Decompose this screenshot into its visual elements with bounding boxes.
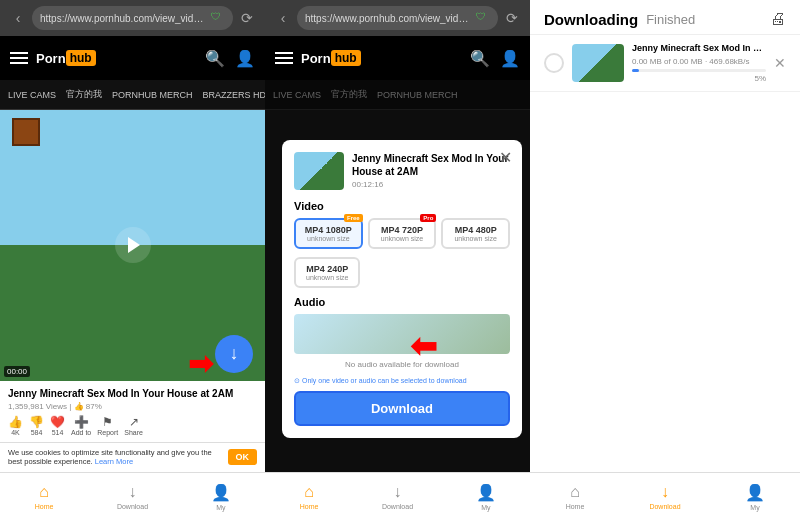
panel-2: ‹ https://www.pornhub.com/view_video.php… xyxy=(265,0,530,520)
bottom-nav-2: ⌂ Home ↓ Download 👤 My xyxy=(265,472,530,520)
play-button-1[interactable] xyxy=(115,227,151,263)
dl-item-title: Jenny Minecraft Sex Mod In Your House at… xyxy=(632,43,766,55)
bnav-my-2[interactable]: 👤 My xyxy=(442,483,530,511)
ph-nav-right-1: 🔍 👤 xyxy=(205,49,255,68)
dl-select-circle[interactable] xyxy=(544,53,564,73)
video-bg-2: LIVE CAMS 官方的我 PORNHUB MERCH ✕ Jenny Min… xyxy=(265,80,530,472)
refresh-btn-2[interactable]: ⟳ xyxy=(502,8,522,28)
video-player-1[interactable]: 00:00 ➡ xyxy=(0,110,265,381)
bnav-my-3[interactable]: 👤 My xyxy=(710,483,800,511)
quality-240p[interactable]: MP4 240P unknown size xyxy=(294,257,360,288)
user-icon-1[interactable]: 👤 xyxy=(235,49,255,68)
download-icon-3: ↓ xyxy=(661,483,669,501)
ph-nav-1: Pornhub 🔍 👤 xyxy=(0,36,265,80)
bnav-download-1[interactable]: ↓ Download xyxy=(88,483,176,510)
bnav-my-1[interactable]: 👤 My xyxy=(177,483,265,511)
ph-nav-2: Pornhub 🔍 👤 xyxy=(265,36,530,80)
cookie-notice-1: We use cookies to optimize site function… xyxy=(0,442,265,473)
url-box-1[interactable]: https://www.pornhub.com/view_video.php?v… xyxy=(32,6,233,30)
bnav-home-3[interactable]: ⌂ Home xyxy=(530,483,620,510)
quality-480p[interactable]: MP4 480P unknown size xyxy=(441,218,510,249)
my-icon-1: 👤 xyxy=(211,483,231,502)
cat-bar-1: LIVE CAMS 官方的我 PORNHUB MERCH BRAZZERS HD xyxy=(0,80,265,110)
download-fab-1[interactable] xyxy=(215,335,253,373)
cat-brazzers[interactable]: BRAZZERS HD xyxy=(203,90,265,100)
bnav-home-1[interactable]: ⌂ Home xyxy=(0,483,88,510)
bnav-download-2[interactable]: ↓ Download xyxy=(353,483,441,510)
bnav-download-3[interactable]: ↓ Download xyxy=(620,483,710,510)
back-button-1[interactable]: ‹ xyxy=(8,8,28,28)
quality-720p[interactable]: Pro MP4 720P unknown size xyxy=(368,218,437,249)
quality-720p-label: MP4 720P xyxy=(374,225,431,235)
dl-percent-label: 5% xyxy=(632,74,766,83)
panel-3: Downloading Finished 🖨 Jenny Minecraft S… xyxy=(530,0,800,520)
finished-status: Finished xyxy=(646,12,695,27)
url-box-2[interactable]: https://www.pornhub.com/view_video.php?v… xyxy=(297,6,498,30)
search-icon-1[interactable]: 🔍 xyxy=(205,49,225,68)
like-button-1[interactable]: 👍4K xyxy=(8,415,23,436)
time-badge-1: 00:00 xyxy=(4,366,30,377)
hamburger-menu-2[interactable] xyxy=(275,52,293,64)
cat-official[interactable]: 官方的我 xyxy=(66,88,102,101)
dl-empty-area xyxy=(530,92,800,472)
video-stats-1: 1,359,981 Views | 👍 87% xyxy=(8,402,257,411)
quality-720p-size: unknown size xyxy=(374,235,431,242)
user-icon-2[interactable]: 👤 xyxy=(500,49,520,68)
download-icon-1: ↓ xyxy=(128,483,136,501)
quality-480p-label: MP4 480P xyxy=(447,225,504,235)
badge-pro: Pro xyxy=(420,214,436,222)
download-panel-header: Downloading Finished 🖨 xyxy=(530,0,800,35)
quality-row-240: MP4 240P unknown size xyxy=(294,257,510,288)
video-section-label: Video xyxy=(294,200,510,212)
dl-item-info: Jenny Minecraft Sex Mod In Your House at… xyxy=(632,43,766,83)
bnav-home-2[interactable]: ⌂ Home xyxy=(265,483,353,510)
url-text-2: https://www.pornhub.com/view_video.php?v… xyxy=(305,13,472,24)
action-bar-1: 👍4K 👎584 ❤️514 ➕Add to ⚑Report ↗Share xyxy=(8,415,257,436)
dl-item-close[interactable]: ✕ xyxy=(774,55,786,71)
dislike-button-1[interactable]: 👎584 xyxy=(29,415,44,436)
quality-1080p-label: MP4 1080P xyxy=(300,225,357,235)
my-icon-3: 👤 xyxy=(745,483,765,502)
bottom-nav-3: ⌂ Home ↓ Download 👤 My xyxy=(530,472,800,520)
hamburger-menu-1[interactable] xyxy=(10,52,28,64)
report-button-1[interactable]: ⚑Report xyxy=(97,415,118,436)
cat-live-cams[interactable]: LIVE CAMS xyxy=(8,90,56,100)
back-button-2[interactable]: ‹ xyxy=(273,8,293,28)
cookie-ok-button-1[interactable]: OK xyxy=(228,449,258,465)
search-icon-2[interactable]: 🔍 xyxy=(470,49,490,68)
video-title-1: Jenny Minecraft Sex Mod In Your House at… xyxy=(8,387,257,400)
home-icon-1: ⌂ xyxy=(39,483,49,501)
audio-placeholder xyxy=(294,314,510,354)
printer-icon: 🖨 xyxy=(770,10,786,28)
modal-duration: 00:12:16 xyxy=(352,180,510,189)
bottom-nav-1: ⌂ Home ↓ Download 👤 My xyxy=(0,472,265,520)
shield-icon-1: 🛡 xyxy=(211,11,225,25)
ph-nav-right-2: 🔍 👤 xyxy=(470,49,520,68)
add-button-1[interactable]: ➕Add to xyxy=(71,415,91,436)
dl-progress-text: 0.00 MB of 0.00 MB · 469.68kB/s xyxy=(632,57,766,66)
heart-button-1[interactable]: ❤️514 xyxy=(50,415,65,436)
badge-free: Free xyxy=(344,214,363,222)
quality-1080p[interactable]: Free MP4 1080P unknown size xyxy=(294,218,363,249)
modal-close-button[interactable]: ✕ xyxy=(499,148,512,167)
audio-section-label: Audio xyxy=(294,296,510,308)
modal-title-area: Jenny Minecraft Sex Mod In Your House at… xyxy=(352,152,510,190)
address-bar-1: ‹ https://www.pornhub.com/view_video.php… xyxy=(0,0,265,36)
ph-logo-1: Pornhub xyxy=(36,50,96,66)
cat-merch[interactable]: PORNHUB MERCH xyxy=(112,90,193,100)
learn-more-link-1[interactable]: Learn More xyxy=(95,457,133,466)
my-icon-2: 👤 xyxy=(476,483,496,502)
refresh-btn-1[interactable]: ⟳ xyxy=(237,8,257,28)
home-icon-2: ⌂ xyxy=(304,483,314,501)
cookie-text-1: We use cookies to optimize site function… xyxy=(8,448,224,468)
share-button-1[interactable]: ↗Share xyxy=(124,415,143,436)
address-bar-2: ‹ https://www.pornhub.com/view_video.php… xyxy=(265,0,530,36)
download-icon-2: ↓ xyxy=(393,483,401,501)
download-modal: ✕ Jenny Minecraft Sex Mod In Your House … xyxy=(282,140,522,438)
footer-note: ⊙ Only one video or audio can be selecte… xyxy=(294,377,510,385)
dl-progress-fill xyxy=(632,69,639,72)
panel-1: ‹ https://www.pornhub.com/view_video.php… xyxy=(0,0,265,520)
modal-download-button[interactable]: Download xyxy=(294,391,510,426)
ph-logo-2: Pornhub xyxy=(301,50,361,66)
modal-header: Jenny Minecraft Sex Mod In Your House at… xyxy=(294,152,510,190)
